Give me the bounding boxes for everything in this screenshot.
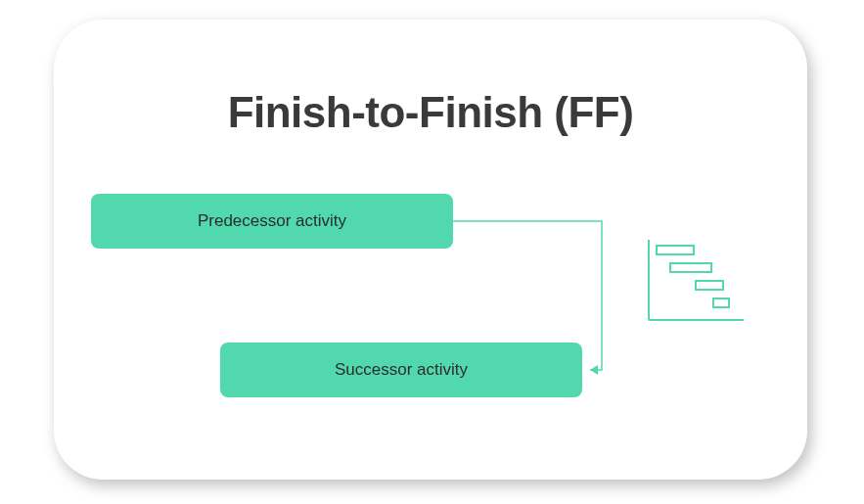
diagram-title: Finish-to-Finish (FF): [54, 88, 807, 137]
svg-rect-4: [696, 281, 723, 290]
svg-rect-3: [670, 263, 711, 272]
svg-rect-5: [713, 298, 729, 307]
svg-rect-2: [657, 246, 694, 254]
predecessor-activity-box: Predecessor activity: [91, 194, 453, 249]
diagram-card: Finish-to-Finish (FF) Predecessor activi…: [54, 20, 807, 480]
successor-label: Successor activity: [335, 360, 468, 380]
predecessor-label: Predecessor activity: [198, 211, 346, 231]
gantt-chart-icon: [641, 240, 749, 328]
successor-activity-box: Successor activity: [220, 343, 582, 397]
